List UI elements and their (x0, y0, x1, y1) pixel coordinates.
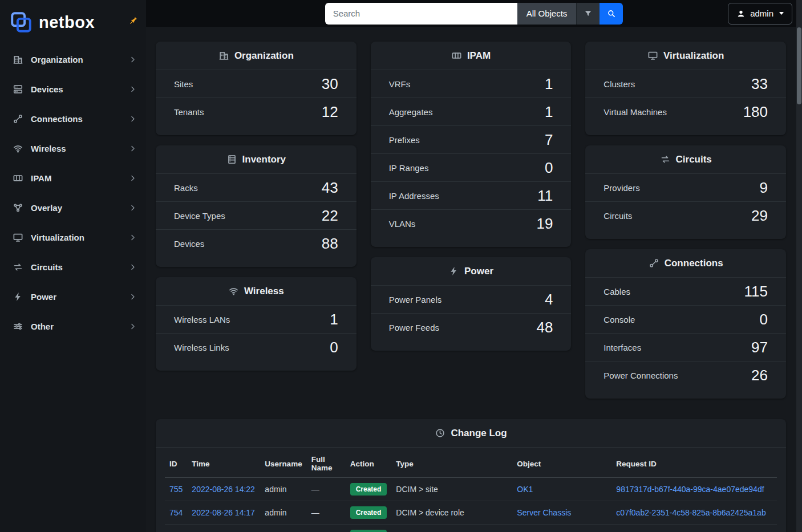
netbox-logo-icon (9, 10, 33, 34)
wireless-card: Wireless Wireless LANs 1 Wireless Links … (156, 277, 357, 371)
stat-row: Wireless Links 0 (156, 334, 357, 362)
stat-label: Tenants (174, 107, 204, 117)
power-card-header: Power (371, 257, 572, 286)
changelog-request-id-link[interactable]: c07f0ab2-2351-4c58-825a-8b6a2425a1ab (616, 508, 765, 517)
stat-value-link[interactable]: 97 (751, 339, 768, 356)
sidebar-item-ipam[interactable]: IPAM (0, 163, 146, 193)
stat-value-link[interactable]: 26 (751, 367, 768, 384)
search-submit-button[interactable] (600, 3, 623, 25)
circuits-card: Circuits Providers 9 Circuits 29 (585, 145, 786, 239)
cable-icon (649, 258, 659, 269)
stat-row: Device Types 22 (156, 202, 357, 230)
stat-value-link[interactable]: 48 (536, 319, 553, 336)
stat-value-link[interactable]: 0 (760, 311, 768, 328)
stat-value-link[interactable]: 0 (545, 159, 553, 177)
stat-value-link[interactable]: 180 (743, 103, 768, 121)
changelog-time-link[interactable]: 2022-08-26 14:22 (192, 485, 255, 494)
brand-logo[interactable]: netbox (0, 0, 146, 44)
sidebar-item-circuits[interactable]: Circuits (0, 252, 146, 282)
sidebar-item-devices[interactable]: Devices (0, 74, 146, 104)
stat-row: IP Addresses 11 (371, 182, 572, 210)
stat-value-link[interactable]: 9 (760, 179, 768, 197)
sidebar-item-overlay[interactable]: Overlay (0, 193, 146, 222)
stat-row: Tenants 12 (156, 98, 357, 126)
action-badge: Created (350, 483, 387, 496)
chevron-down-icon (779, 12, 784, 15)
graph-icon (13, 202, 23, 213)
stat-value-link[interactable]: 7 (545, 131, 553, 149)
card-title: Change Log (451, 428, 507, 439)
stat-value-link[interactable]: 22 (322, 207, 338, 225)
changelog-id-link[interactable]: 755 (169, 485, 183, 494)
cell-object: OnboardAdministrator-2 (512, 525, 611, 532)
dashboard: Organization Sites 30 Tenants 12 (146, 27, 802, 532)
filter-button[interactable] (576, 3, 600, 25)
search-input[interactable] (325, 3, 517, 25)
scrollbar-thumb[interactable] (797, 27, 801, 104)
sidebar: netbox Organization Devices Connections (0, 0, 146, 532)
stat-row: Devices 88 (156, 230, 357, 258)
stat-value-link[interactable]: 30 (322, 75, 338, 93)
stat-value-link[interactable]: 43 (322, 179, 338, 197)
changelog-object-link[interactable]: OK1 (517, 485, 533, 494)
connections-card: Connections Cables 115 Console 0 (585, 249, 786, 399)
changelog-time-link[interactable]: 2022-08-26 14:17 (192, 508, 255, 517)
ipam-card-header: IPAM (371, 42, 572, 70)
counter-icon (451, 50, 462, 61)
stat-label: Power Panels (389, 295, 442, 304)
stat-label: Interfaces (603, 343, 641, 352)
sidebar-item-power[interactable]: Power (0, 282, 146, 311)
stat-label: Power Connections (603, 371, 678, 380)
col-header-full-name: Full Name (307, 450, 346, 478)
chevron-right-icon (128, 263, 137, 271)
stat-value-link[interactable]: 19 (536, 215, 553, 233)
col-header-request-id: Request ID (611, 450, 777, 478)
vertical-scrollbar[interactable] (796, 0, 802, 532)
stat-value-link[interactable]: 115 (744, 283, 768, 300)
stat-value-link[interactable]: 1 (330, 311, 338, 328)
stat-value-link[interactable]: 33 (751, 75, 768, 93)
sidebar-item-other[interactable]: Other (0, 311, 146, 341)
transfer-icon (660, 154, 671, 165)
stat-label: IP Addresses (389, 191, 439, 201)
stat-label: Device Types (174, 211, 225, 221)
sidebar-item-wireless[interactable]: Wireless (0, 133, 146, 163)
card-title: IPAM (467, 50, 491, 62)
sidebar-item-organization[interactable]: Organization (0, 44, 146, 74)
server-icon (13, 84, 23, 95)
changelog-request-id-link[interactable]: 9817317d-b67f-440a-99ca-4ae07ede94df (616, 485, 764, 494)
stat-value-link[interactable]: 1 (545, 103, 553, 121)
user-menu-button[interactable]: admin (728, 3, 792, 25)
col-header-type: Type (391, 450, 512, 478)
chevron-right-icon (128, 322, 137, 331)
stat-value-link[interactable]: 4 (545, 291, 553, 308)
chevron-right-icon (128, 204, 137, 212)
changelog-object-link[interactable]: Server Chassis (517, 508, 571, 517)
cell-type: DCIM > device role (391, 501, 512, 525)
stat-value-link[interactable]: 12 (322, 103, 338, 121)
monitor-icon (647, 50, 658, 61)
stat-value-link[interactable]: 29 (751, 207, 768, 225)
changelog-id-link[interactable]: 754 (169, 508, 183, 517)
col-header-id: ID (165, 450, 187, 478)
sidebar-item-virtualization[interactable]: Virtualization (0, 222, 146, 252)
chevron-right-icon (128, 85, 137, 94)
stat-value-link[interactable]: 0 (330, 339, 338, 356)
pin-sidebar-icon[interactable] (129, 16, 138, 25)
cell-type: DCIM > module bay template (391, 525, 512, 532)
cell-time: 2022-08-26 14:15 (187, 525, 260, 532)
action-badge: Created (350, 506, 387, 519)
building-icon (13, 54, 23, 65)
stat-row: Aggregates 1 (371, 98, 572, 126)
object-type-dropdown[interactable]: All Objects (517, 3, 577, 25)
cell-request-id: 9817317d-b67f-440a-99ca-4ae07ede94df (611, 478, 777, 501)
stat-value-link[interactable]: 11 (537, 187, 553, 205)
sidebar-item-connections[interactable]: Connections (0, 104, 146, 133)
cable-icon (13, 113, 23, 124)
stat-value-link[interactable]: 88 (322, 235, 338, 253)
cell-id: 754 (165, 501, 187, 525)
chevron-right-icon (128, 115, 137, 123)
stat-label: Aggregates (389, 107, 433, 117)
stat-value-link[interactable]: 1 (545, 75, 553, 93)
stat-label: VLANs (389, 219, 416, 229)
